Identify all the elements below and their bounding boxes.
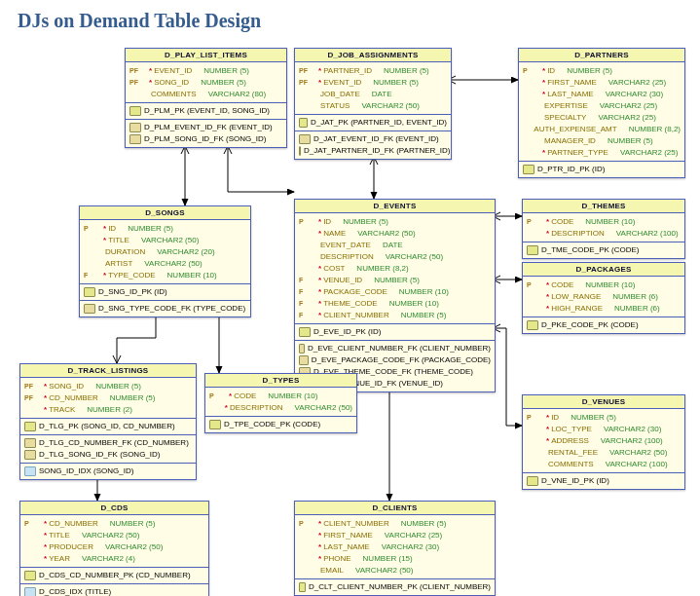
entity-d-types[interactable]: D_TYPESP*CODENUMBER (10)*DESCRIPTIONVARC… (204, 373, 357, 433)
index-row: D_EVE_CLIENT_NUMBER_FK (CLIENT_NUMBER) (299, 343, 491, 354)
required-marker: * (316, 77, 323, 89)
required-marker: * (316, 286, 323, 298)
column-type: VARCHAR2 (50) (344, 565, 413, 577)
column-type: VARCHAR2 (30) (594, 89, 663, 100)
index-text: D_JAT_PK (PARTNER_ID, EVENT_ID) (311, 117, 447, 129)
column-name: THEME_CODE (323, 298, 378, 310)
index-row: D_CDS_CD_NUMBER_PK (CD_NUMBER) (24, 570, 204, 581)
required-marker: * (316, 216, 323, 228)
entity-d-job-assignments[interactable]: D_JOB_ASSIGNMENTSPF*PARTNER_IDNUMBER (5)… (294, 48, 452, 160)
column-name: EVENT_DATE (320, 240, 371, 251)
column-name: RENTAL_FEE (548, 447, 598, 459)
foreign-key-icon (299, 134, 311, 144)
index-text: D_EVE_ID_PK (ID) (313, 326, 381, 338)
column-name: PHONE (323, 553, 350, 565)
column-type: NUMBER (5) (98, 392, 156, 404)
column-row: P*IDNUMBER (5) (527, 412, 681, 424)
required-marker: * (316, 228, 323, 240)
column-keys: P (299, 518, 316, 530)
column-name: CODE (551, 216, 573, 228)
index-row: D_JAT_PK (PARTNER_ID, EVENT_ID) (299, 117, 447, 129)
primary-key-icon (527, 476, 538, 486)
column-keys: P (527, 412, 544, 424)
entity-d-clients[interactable]: D_CLIENTSP*CLIENT_NUMBERNUMBER (5)*FIRST… (294, 501, 496, 596)
column-keys: P (523, 65, 540, 77)
foreign-key-icon (299, 355, 309, 365)
required-marker: * (227, 391, 234, 402)
column-row: *ADDRESSVARCHAR2 (100) (527, 435, 681, 447)
entity-d-cds[interactable]: D_CDSP*CD_NUMBERNUMBER (5)*TITLEVARCHAR2… (19, 501, 209, 596)
column-row: *PARTNER_TYPEVARCHAR2 (25) (523, 147, 681, 159)
primary-key-icon (299, 582, 306, 592)
column-name: DESCRIPTION (320, 251, 374, 263)
entity-columns: P*CODENUMBER (10)*DESCRIPTIONVARCHAR2 (5… (205, 388, 356, 416)
column-name: ID (551, 412, 559, 424)
column-name: STATUS (320, 100, 350, 112)
index-row: D_TLG_CD_NUMBER_FK (CD_NUMBER) (24, 437, 192, 449)
column-name: SONG_ID (154, 77, 189, 89)
required-marker: * (42, 541, 49, 553)
column-name: SONG_ID (49, 381, 84, 392)
column-type: DATE (371, 240, 403, 251)
column-type: VARCHAR2 (50) (374, 251, 443, 263)
column-row: PF*PARTNER_IDNUMBER (5) (299, 65, 447, 77)
entity-title: D_TYPES (205, 374, 356, 388)
column-name: CLIENT_NUMBER (323, 518, 389, 530)
foreign-key-icon (24, 438, 36, 448)
column-name: TYPE_CODE (108, 270, 155, 281)
column-type: VARCHAR2 (25) (373, 530, 442, 541)
column-row: JOB_DATEDATE (299, 89, 447, 100)
column-type: NUMBER (5) (331, 216, 388, 228)
column-name: SPECIALTY (544, 112, 586, 124)
entity-d-packages[interactable]: D_PACKAGESP*CODENUMBER (10)*LOW_RANGENUM… (522, 262, 685, 334)
required-marker: * (316, 263, 323, 275)
column-keys: PF (129, 65, 147, 77)
column-name: CD_NUMBER (49, 392, 98, 404)
entity-d-play-list-items[interactable]: D_PLAY_LIST_ITEMSPF*EVENT_IDNUMBER (5)PF… (125, 48, 287, 148)
required-marker: * (316, 553, 323, 565)
index-row: D_PLM_EVENT_ID_FK (EVENT_ID) (129, 122, 282, 133)
index-text: D_PTR_ID_PK (ID) (537, 164, 605, 175)
entity-title: D_THEMES (523, 200, 684, 213)
column-name: HIGH_RANGE (551, 303, 603, 315)
column-row: *HIGH_RANGENUMBER (6) (527, 303, 681, 315)
entity-d-songs[interactable]: D_SONGSP*IDNUMBER (5)*TITLEVARCHAR2 (50)… (79, 205, 251, 317)
column-keys: P (209, 391, 227, 402)
column-row: *PRODUCERVARCHAR2 (50) (24, 541, 204, 553)
column-row: *YEARVARCHAR2 (4) (24, 553, 204, 565)
index-text: D_TME_CODE_PK (CODE) (541, 244, 639, 256)
column-type: VARCHAR2 (50) (598, 447, 667, 459)
index-row: D_EVE_PACKAGE_CODE_FK (PACKAGE_CODE) (299, 354, 491, 366)
entity-d-venues[interactable]: D_VENUESP*IDNUMBER (5)*LOC_TYPEVARCHAR2 … (522, 394, 685, 490)
column-type: VARCHAR2 (30) (370, 541, 439, 553)
column-row: *FIRST_NAMEVARCHAR2 (25) (523, 77, 681, 89)
column-row: P*CD_NUMBERNUMBER (5) (24, 518, 204, 530)
entity-index-section: D_PLM_PK (EVENT_ID, SONG_ID) (126, 102, 286, 119)
column-type: VARCHAR2 (50) (93, 541, 163, 553)
foreign-key-icon (84, 304, 95, 314)
entity-title: D_VENUES (523, 395, 684, 409)
index-row: D_SNG_ID_PK (ID) (84, 286, 246, 298)
column-name: LAST_NAME (547, 89, 594, 100)
primary-key-icon (129, 106, 141, 116)
primary-key-icon (527, 320, 538, 330)
index-row: D_PTR_ID_PK (ID) (523, 164, 681, 175)
entity-columns: P*IDNUMBER (5)*NAMEVARCHAR2 (50)EVENT_DA… (295, 213, 495, 323)
entity-d-themes[interactable]: D_THEMESP*CODENUMBER (10)*DESCRIPTIONVAR… (522, 199, 685, 259)
entity-d-partners[interactable]: D_PARTNERSP*IDNUMBER (5)*FIRST_NAMEVARCH… (518, 48, 685, 178)
entity-d-events[interactable]: D_EVENTSP*IDNUMBER (5)*NAMEVARCHAR2 (50)… (294, 199, 496, 392)
column-row: P*CLIENT_NUMBERNUMBER (5) (299, 518, 491, 530)
required-marker: * (101, 235, 108, 246)
entity-d-track-listings[interactable]: D_TRACK_LISTINGSPF*SONG_IDNUMBER (5)PF*C… (19, 363, 197, 480)
column-row: *TITLEVARCHAR2 (50) (24, 530, 204, 541)
erd-canvas: D_PLAY_LIST_ITEMSPF*EVENT_IDNUMBER (5)PF… (0, 36, 700, 596)
index-row: SONG_ID_IDX (SONG_ID) (24, 466, 192, 477)
required-marker: * (101, 270, 108, 281)
column-type: VARCHAR2 (30) (592, 424, 661, 435)
column-type: NUMBER (5) (362, 275, 420, 286)
column-row: F*THEME_CODENUMBER (10) (299, 298, 491, 310)
index-row: D_SNG_TYPE_CODE_FK (TYPE_CODE) (84, 303, 246, 315)
column-row: P*CODENUMBER (10) (527, 216, 681, 228)
column-type: VARCHAR2 (100) (589, 435, 663, 447)
column-row: P*IDNUMBER (5) (523, 65, 681, 77)
